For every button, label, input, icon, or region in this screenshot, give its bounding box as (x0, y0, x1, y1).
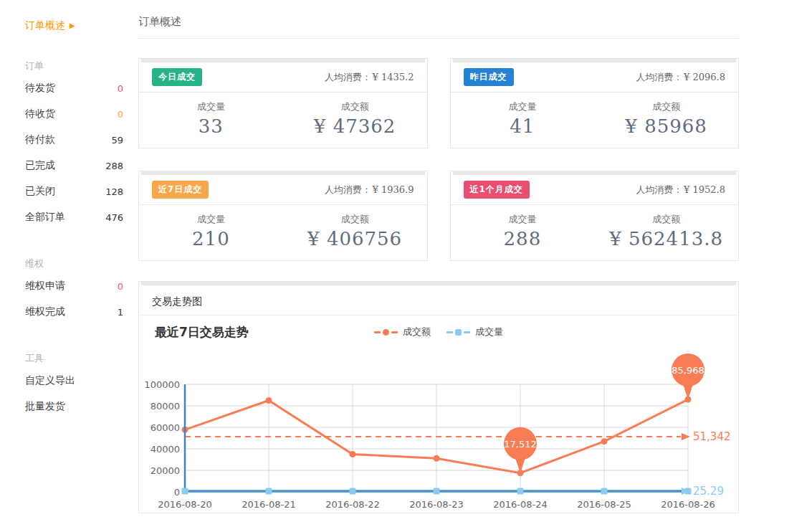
x-tick-label: 2016-08-23 (409, 499, 464, 510)
sidebar-header-order-overview[interactable]: 订单概述 ▶ (25, 19, 123, 32)
volume-data-point (266, 488, 272, 495)
count-badge: 476 (105, 212, 123, 223)
legend-dash-icon (446, 331, 453, 333)
balloon-value-label: 85,968 (672, 365, 704, 376)
legend-item-amount[interactable]: 成交额 (374, 326, 431, 338)
y-tick-label: 80000 (151, 401, 180, 412)
x-tick-label: 2016-08-20 (158, 499, 212, 510)
amount-data-point (601, 438, 608, 445)
x-tick-label: 2016-08-25 (577, 499, 631, 510)
volume-data-point (434, 488, 440, 495)
page-title: 订单概述 (138, 15, 739, 29)
sidebar-item-custom-export[interactable]: 自定义导出 (25, 368, 123, 394)
per-capita-spend: 人均消费 : ¥ 2096.8 (636, 71, 725, 84)
title-divider (138, 38, 739, 39)
badge-7day-deals: 近7日成交 (152, 181, 209, 199)
legend-dash-icon (374, 331, 381, 333)
metric-amount: 成交额 ¥ 85968 (594, 92, 738, 137)
legend-item-volume[interactable]: 成交量 (446, 326, 503, 338)
count-badge: 288 (105, 161, 123, 171)
sidebar-item-rights-apply[interactable]: 维权申请 0 (25, 273, 123, 299)
sidebar-item-pending-ship[interactable]: 待发货 0 (25, 75, 123, 101)
trend-chart-svg: 0200004000060000800001000002016-08-20201… (145, 348, 732, 518)
amount-data-point (434, 455, 440, 462)
y-tick-label: 40000 (151, 444, 180, 455)
volume-value-label: 25.29 (693, 485, 724, 498)
stat-card-7days: 近7日成交 人均消费 : ¥ 1936.9 成交量 210 成交额 ¥ 4067… (138, 171, 428, 261)
sidebar-section-tools: 工具 (25, 352, 123, 365)
y-tick-label: 60000 (151, 422, 180, 433)
legend-circle-icon (383, 329, 389, 336)
count-badge: 0 (118, 83, 123, 94)
per-capita-spend: 人均消费 : ¥ 1952.8 (636, 184, 725, 196)
y-tick-label: 100000 (145, 379, 180, 390)
card-top-strip (453, 171, 737, 175)
stat-cards: 今日成交 人均消费 : ¥ 1435.2 成交量 33 成交额 ¥ 47362 (138, 58, 739, 261)
x-tick-label: 2016-08-24 (493, 499, 548, 510)
metric-amount: 成交额 ¥ 47362 (283, 92, 427, 137)
average-arrow-icon (682, 433, 690, 440)
metric-amount-value: ¥ 47362 (283, 115, 427, 137)
badge-yesterday-deals: 昨日成交 (464, 68, 514, 86)
metric-amount: 成交额 ¥ 562413.8 (594, 205, 738, 250)
sidebar-section-rights: 维权 (25, 257, 123, 270)
metric-volume-value: 288 (451, 228, 595, 250)
card-top-strip (141, 59, 425, 62)
count-badge: 59 (111, 135, 123, 146)
count-badge: 0 (118, 109, 123, 120)
legend-dash-icon (464, 331, 470, 333)
legend-dash-icon (391, 331, 398, 333)
sidebar-item-completed[interactable]: 已完成 288 (25, 153, 123, 179)
badge-today-deals: 今日成交 (152, 68, 202, 86)
sidebar-section-orders: 订单 (25, 60, 123, 72)
balloon-value-label: 17,512 (504, 439, 537, 450)
sidebar-item-batch-ship[interactable]: 批量发货 (25, 394, 123, 419)
count-badge: 0 (118, 281, 123, 292)
amount-data-point (350, 451, 356, 457)
card-top-strip (453, 59, 737, 62)
amount-data-point (266, 397, 272, 404)
card-top-strip (141, 171, 425, 175)
volume-data-point (601, 488, 608, 495)
stat-card-1month: 近1个月成交 人均消费 : ¥ 1952.8 成交量 288 成交额 ¥ 562… (450, 171, 740, 261)
metric-volume-value: 41 (451, 115, 595, 137)
metric-volume-value: 33 (139, 115, 283, 137)
legend-square-icon (455, 329, 462, 336)
volume-data-point (685, 488, 692, 495)
volume-data-point (517, 488, 524, 495)
x-tick-label: 2016-08-26 (661, 499, 715, 510)
metric-volume: 成交量 41 (451, 92, 595, 137)
chart-legend: 成交额 成交量 (374, 326, 503, 338)
stat-card-yesterday: 昨日成交 人均消费 : ¥ 2096.8 成交量 41 成交额 ¥ 85968 (450, 58, 740, 148)
sidebar-item-pending-pay[interactable]: 待付款 59 (25, 127, 123, 153)
sidebar-item-closed[interactable]: 已关闭 128 (25, 179, 123, 204)
metric-volume: 成交量 288 (451, 205, 595, 250)
y-tick-label: 0 (174, 487, 180, 498)
per-capita-spend: 人均消费 : ¥ 1435.2 (325, 71, 414, 84)
panel-top-strip (141, 282, 736, 285)
volume-data-point (350, 488, 356, 495)
chevron-right-icon: ▶ (70, 22, 75, 29)
sidebar-item-pending-receive[interactable]: 待收货 0 (25, 101, 123, 127)
sidebar-item-all-orders[interactable]: 全部订单 476 (25, 204, 123, 230)
average-value-label: 51,342 (693, 430, 731, 443)
trend-chart: 0200004000060000800001000002016-08-20201… (145, 348, 732, 518)
metric-volume: 成交量 33 (139, 92, 283, 137)
sidebar-item-rights-done[interactable]: 维权完成 1 (25, 299, 123, 325)
badge-1month-deals: 近1个月成交 (464, 181, 530, 199)
sidebar: 订单概述 ▶ 订单 待发货 0 待收货 0 待付款 59 已完成 288 已关闭… (0, 0, 136, 419)
trend-panel-header: 交易走势图 (139, 282, 738, 315)
metric-amount-value: ¥ 406756 (283, 228, 427, 250)
count-badge: 1 (118, 307, 123, 318)
chart-title: 最近7日交易走势 (155, 324, 249, 341)
x-tick-label: 2016-08-21 (242, 499, 296, 510)
sidebar-header-label: 订单概述 (25, 19, 65, 32)
volume-data-point (182, 488, 188, 495)
count-badge: 128 (105, 186, 123, 197)
metric-volume: 成交量 210 (139, 205, 283, 250)
trend-panel: 交易走势图 最近7日交易走势 成交额 成交量 (138, 281, 739, 513)
x-tick-label: 2016-08-22 (325, 499, 380, 510)
y-tick-label: 20000 (151, 465, 180, 476)
per-capita-spend: 人均消费 : ¥ 1936.9 (325, 184, 414, 196)
metric-volume-value: 210 (139, 228, 283, 250)
